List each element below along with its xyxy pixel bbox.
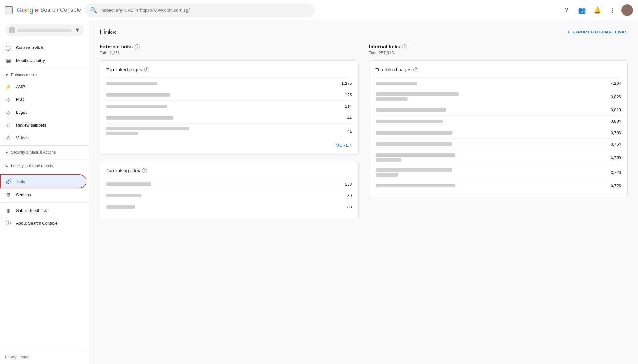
card-title: Top linked pages ? bbox=[106, 67, 352, 72]
blurred-url bbox=[376, 153, 455, 157]
property-name-blurred bbox=[17, 29, 72, 32]
blurred-url bbox=[106, 82, 157, 85]
more-label: MORE bbox=[336, 143, 349, 148]
sidebar-item-label: Review snippets bbox=[16, 123, 46, 127]
link-count: 44 bbox=[347, 115, 352, 120]
chevron-down-icon: ▼ bbox=[74, 27, 80, 33]
table-row: 44 bbox=[106, 112, 352, 123]
terms-link[interactable]: Terms bbox=[19, 355, 29, 359]
blurred-url-2 bbox=[376, 173, 398, 177]
blurred-url bbox=[106, 116, 173, 120]
sidebar-item-label: Links bbox=[17, 179, 26, 184]
table-row: 3,813 bbox=[376, 104, 621, 115]
export-label: EXPORT EXTERNAL LINKS bbox=[573, 30, 628, 34]
person-icon: 👥 bbox=[578, 6, 586, 14]
internal-links-help-icon[interactable]: ? bbox=[402, 44, 407, 49]
more-link[interactable]: MORE › bbox=[106, 142, 352, 148]
sidebar-item-review-snippets[interactable]: ◇ Review snippets bbox=[0, 119, 86, 131]
logos-icon: ◇ bbox=[5, 109, 11, 115]
sidebar-item-label: Videos bbox=[16, 135, 29, 140]
link-count: 1,275 bbox=[342, 81, 352, 86]
sidebar-item-mobile-usability[interactable]: ▣ Mobile Usability bbox=[0, 54, 86, 67]
export-external-links-button[interactable]: ⇩ EXPORT EXTERNAL LINKS bbox=[567, 30, 628, 34]
main-content: Links ⇩ EXPORT EXTERNAL LINKS External l… bbox=[89, 20, 638, 364]
url-inspection-bar[interactable]: 🔍 bbox=[85, 3, 315, 17]
sidebar-item-faq[interactable]: ◇ FAQ bbox=[0, 93, 86, 106]
table-row: 3,764 bbox=[376, 138, 621, 150]
internal-links-header: Internal links ? Total 257,813 bbox=[369, 44, 628, 55]
header-actions: ? 👥 🔔 ⋮ bbox=[560, 4, 633, 17]
download-icon: ⇩ bbox=[567, 30, 571, 34]
link-count: 3,726 bbox=[611, 170, 621, 175]
sidebar-section-legacy[interactable]: ► Legacy tools and reports bbox=[0, 161, 89, 171]
privacy-link[interactable]: Privacy bbox=[5, 355, 17, 359]
info-icon: ⓘ bbox=[5, 220, 11, 226]
blurred-url bbox=[106, 194, 141, 197]
search-console-user-button[interactable]: 👥 bbox=[575, 4, 588, 17]
enhancements-label: Enhancements bbox=[11, 73, 37, 77]
link-count: 114 bbox=[345, 104, 352, 109]
sidebar-item-submit-feedback[interactable]: ▮ Submit feedback bbox=[0, 204, 86, 217]
external-top-linked-pages-card: Top linked pages ? 1,275 125 114 bbox=[100, 60, 359, 155]
sidebar-item-logos[interactable]: ◇ Logos bbox=[0, 106, 86, 119]
blurred-url-2 bbox=[376, 158, 401, 162]
google-logo: Google bbox=[17, 6, 38, 14]
blurred-url bbox=[106, 105, 167, 108]
menu-button[interactable] bbox=[5, 6, 13, 14]
blurred-url-2 bbox=[106, 132, 138, 135]
card-help-icon[interactable]: ? bbox=[142, 168, 147, 173]
sidebar-section-enhancements[interactable]: ▼ Enhancements bbox=[0, 69, 89, 80]
blurred-url bbox=[376, 184, 455, 187]
search-input[interactable] bbox=[100, 8, 310, 13]
sidebar-item-label: About Search Console bbox=[16, 221, 57, 226]
sidebar-item-links[interactable]: Links bbox=[0, 174, 86, 188]
apps-button[interactable]: ⋮ bbox=[606, 4, 619, 17]
page-header: Links ⇩ EXPORT EXTERNAL LINKS bbox=[100, 28, 628, 36]
sidebar-item-videos[interactable]: ◇ Videos bbox=[0, 131, 86, 144]
notifications-button[interactable]: 🔔 bbox=[591, 4, 604, 17]
faq-icon: ◇ bbox=[5, 96, 11, 103]
grid-icon: ⋮ bbox=[609, 6, 616, 14]
settings-icon: ⚙ bbox=[5, 192, 11, 198]
logo-area: Google Search Console bbox=[17, 6, 81, 14]
help-icon: ? bbox=[565, 6, 568, 14]
sidebar-section-security[interactable]: ► Security & Manual Actions bbox=[0, 147, 89, 158]
sidebar-divider bbox=[0, 68, 89, 68]
table-row: 3,804 bbox=[376, 115, 621, 127]
table-row: 89 bbox=[106, 190, 352, 201]
legacy-label: Legacy tools and reports bbox=[11, 164, 53, 168]
sidebar-item-label: AMP bbox=[16, 84, 25, 89]
sidebar-item-amp[interactable]: ⚡ AMP bbox=[0, 80, 86, 93]
feedback-icon: ▮ bbox=[5, 207, 11, 214]
security-label: Security & Manual Actions bbox=[11, 150, 56, 155]
sidebar-item-label: Logos bbox=[16, 110, 27, 115]
arrow-right-icon: › bbox=[350, 142, 352, 148]
card-help-icon[interactable]: ? bbox=[413, 67, 418, 72]
link-count: 125 bbox=[345, 92, 352, 97]
page-title: Links bbox=[100, 28, 116, 36]
app-header: Google Search Console 🔍 ? 👥 🔔 ⋮ bbox=[0, 0, 638, 20]
external-links-help-icon[interactable]: ? bbox=[135, 44, 140, 49]
property-selector[interactable]: ▼ bbox=[5, 24, 84, 36]
avatar[interactable] bbox=[621, 4, 633, 16]
sidebar-item-core-web-vitals[interactable]: ◯ Core web vitals bbox=[0, 41, 86, 54]
table-row: 3,826 bbox=[376, 89, 621, 104]
sidebar: ▼ ◯ Core web vitals ▣ Mobile Usability ▼… bbox=[0, 20, 89, 364]
link-count: 138 bbox=[345, 182, 352, 186]
blurred-url bbox=[376, 131, 452, 135]
sidebar-divider bbox=[0, 159, 89, 159]
table-row: 3,726 bbox=[376, 165, 621, 180]
external-links-total: Total 2,151 bbox=[100, 50, 359, 55]
table-row: 114 bbox=[106, 100, 352, 112]
table-row: 4,204 bbox=[376, 77, 621, 89]
link-count: 3,764 bbox=[611, 142, 621, 147]
sidebar-item-settings[interactable]: ⚙ Settings bbox=[0, 188, 86, 201]
link-count: 88 bbox=[347, 205, 352, 209]
card-help-icon[interactable]: ? bbox=[144, 67, 149, 72]
blurred-url bbox=[106, 127, 189, 130]
external-links-header: External links ? Total 2,151 bbox=[100, 44, 359, 55]
help-button[interactable]: ? bbox=[560, 4, 573, 17]
blurred-url-2 bbox=[376, 97, 408, 101]
blurred-url bbox=[106, 205, 135, 209]
sidebar-item-about[interactable]: ⓘ About Search Console bbox=[0, 217, 86, 229]
